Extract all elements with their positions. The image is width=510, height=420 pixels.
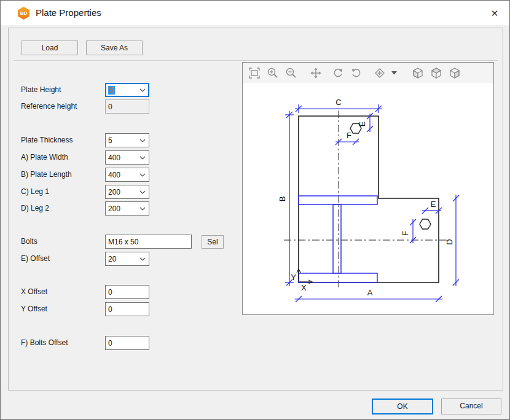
plate-thickness-value: 5 (108, 136, 112, 145)
plate-width-select[interactable]: 400 (105, 150, 149, 165)
bolts-label: Bolts (21, 237, 37, 246)
preview-toolbar (243, 63, 493, 83)
leg1-select[interactable]: 200 (105, 185, 149, 199)
leg2-select[interactable]: 200 (105, 201, 149, 216)
iso-view-2-icon (430, 67, 442, 79)
app-icon: BD (17, 7, 30, 20)
zoom-out-button[interactable] (283, 65, 299, 81)
app-icon-text: BD (20, 10, 28, 16)
leg1-label: C) Leg 1 (21, 187, 49, 196)
center-view-button[interactable] (372, 65, 388, 81)
ok-button[interactable]: OK (372, 399, 433, 414)
rotate-right-icon (350, 67, 363, 79)
chevron-down-icon (139, 257, 146, 261)
y-offset-field[interactable] (105, 302, 149, 316)
chevron-down-icon (139, 173, 146, 177)
plate-properties-dialog: BD Plate Properties ✕ Load Save As Plate… (0, 0, 510, 420)
close-icon[interactable]: ✕ (487, 6, 502, 21)
plate-thickness-label: Plate Thickness (21, 136, 73, 144)
zoom-window-icon (248, 67, 261, 79)
iso-view-1-icon (412, 67, 424, 79)
plate-preview-drawing: C B A D (243, 83, 493, 314)
cancel-button[interactable]: Cancel (441, 399, 501, 414)
title-bar: BD Plate Properties ✕ (1, 1, 509, 25)
chevron-down-icon (139, 139, 146, 142)
pan-icon (310, 67, 322, 79)
reference-height-field (105, 99, 149, 114)
preview-panel: C B A D (242, 62, 494, 315)
plate-height-label: Plate Height (21, 85, 61, 94)
axis-label-x: X (301, 283, 307, 292)
chevron-down-icon (139, 156, 146, 160)
iso-view-1-button[interactable] (410, 65, 426, 81)
axis-label-y: Y (291, 273, 296, 282)
rotate-right-button[interactable] (348, 65, 364, 81)
x-offset-field[interactable] (105, 285, 149, 299)
dim-label-a: A (367, 288, 373, 297)
dim-label-b: B (278, 196, 287, 202)
leg1-value: 200 (108, 188, 120, 196)
window-title: Plate Properties (36, 7, 101, 18)
dim-label-f-right: F (401, 231, 410, 236)
chevron-down-icon (139, 190, 146, 194)
content-panel: Load Save As Plate Height 5 Reference he… (8, 28, 503, 391)
rotate-left-icon (332, 67, 344, 79)
dim-label-c: C (335, 98, 341, 107)
bolt-right (420, 219, 431, 229)
iso-view-2-button[interactable] (428, 65, 444, 81)
dim-label-d: D (445, 239, 454, 244)
iso-view-3-button[interactable] (447, 65, 463, 81)
dim-label-e-right: E (431, 200, 436, 209)
center-view-icon (374, 67, 386, 79)
zoom-window-button[interactable] (246, 65, 262, 81)
save-as-button[interactable]: Save As (86, 41, 143, 55)
leg2-value: 200 (108, 204, 120, 213)
bolts-offset-label: F) Bolts Offset (21, 338, 68, 347)
bolts-offset-field[interactable] (105, 336, 149, 350)
plate-thickness-select[interactable]: 5 (105, 133, 149, 147)
bolts-field[interactable] (105, 235, 192, 249)
plate-width-label: A) Plate Width (21, 153, 68, 161)
plate-length-label: B) Plate Length (21, 170, 72, 179)
y-offset-label: Y Offset (21, 305, 47, 313)
caret-down-icon (391, 71, 398, 75)
chevron-down-icon (139, 207, 146, 211)
plate-height-select[interactable]: 5 (105, 83, 149, 97)
load-button[interactable]: Load (22, 41, 78, 55)
plate-width-value: 400 (108, 154, 120, 162)
leg2-label: D) Leg 2 (21, 204, 49, 212)
separator-line (14, 60, 498, 61)
plate-length-select[interactable]: 400 (105, 168, 149, 182)
plate-height-value: 5 (108, 86, 115, 95)
x-offset-label: X Offset (21, 287, 47, 296)
view-dropdown-button[interactable] (390, 65, 399, 81)
chevron-down-icon (139, 88, 146, 92)
rotate-left-button[interactable] (330, 65, 346, 81)
zoom-in-button[interactable] (265, 65, 281, 81)
reference-height-label: Reference height (21, 102, 77, 111)
dim-label-f-top: F (347, 131, 351, 140)
pan-button[interactable] (308, 65, 324, 81)
zoom-in-icon (267, 67, 279, 79)
plate-length-value: 400 (108, 171, 120, 179)
zoom-out-icon (285, 67, 297, 79)
bolts-sel-button[interactable]: Sel (202, 235, 224, 249)
e-offset-value: 20 (108, 255, 116, 263)
e-offset-select[interactable]: 20 (105, 252, 149, 266)
dim-label-e-top: E (358, 121, 367, 126)
iso-view-3-icon (449, 67, 461, 79)
e-offset-label: E) Offset (21, 254, 50, 263)
